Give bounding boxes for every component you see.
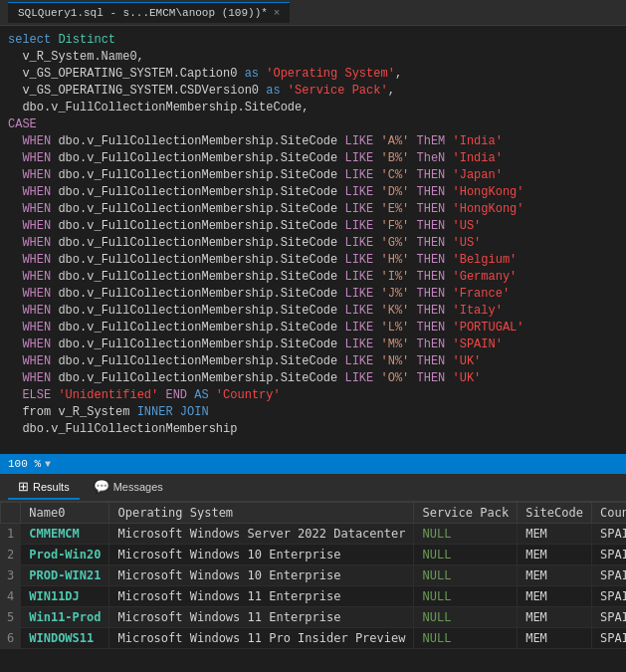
cell-name: PROD-WIN21 — [21, 565, 109, 586]
cell-rownum: 4 — [1, 586, 21, 607]
code-line: WHEN dbo.v_FullCollectionMembership.Site… — [8, 133, 618, 150]
cell-name: Prod-Win20 — [21, 545, 109, 565]
cell-site: MEM — [518, 565, 592, 586]
cell-site: MEM — [518, 607, 592, 628]
zoom-bar: 100 % ▼ — [0, 454, 626, 474]
query-tab[interactable]: SQLQuery1.sql - s...EMCM\anoop (109))* × — [8, 2, 290, 23]
code-line: v_GS_OPERATING_SYSTEM.CSDVersion0 as 'Se… — [8, 83, 618, 100]
code-line: WHEN dbo.v_FullCollectionMembership.Site… — [8, 269, 618, 286]
code-line: WHEN dbo.v_FullCollectionMembership.Site… — [8, 167, 618, 184]
table-row: 5 Win11-Prod Microsoft Windows 11 Enterp… — [1, 607, 627, 628]
table-header-row: Name0 Operating System Service Pack Site… — [1, 503, 627, 524]
col-name0: Name0 — [21, 503, 109, 524]
zoom-arrow-icon[interactable]: ▼ — [45, 459, 51, 470]
table-row: 3 PROD-WIN21 Microsoft Windows 10 Enterp… — [1, 565, 627, 586]
cell-os: Microsoft Windows 10 Enterprise — [109, 565, 414, 586]
results-table: Name0 Operating System Service Pack Site… — [0, 502, 626, 649]
code-editor[interactable]: select Distinct v_R_System.Name0, v_GS_O… — [0, 26, 626, 454]
cell-rownum: 1 — [1, 524, 21, 545]
code-line: dbo.v_FullCollectionMembership.SiteCode, — [8, 100, 618, 116]
cell-sp: NULL — [414, 524, 518, 545]
results-area[interactable]: Name0 Operating System Service Pack Site… — [0, 502, 626, 649]
code-line: dbo.v_FullCollectionMembership — [8, 421, 618, 438]
code-line: WHEN dbo.v_FullCollectionMembership.Site… — [8, 370, 618, 387]
tab-results[interactable]: ⊞ Results — [8, 475, 80, 500]
table-row: 1 CMMEMCM Microsoft Windows Server 2022 … — [1, 524, 627, 545]
code-line: v_GS_OPERATING_SYSTEM.Caption0 as 'Opera… — [8, 66, 618, 83]
code-line: WHEN dbo.v_FullCollectionMembership.Site… — [8, 353, 618, 370]
cell-site: MEM — [518, 524, 592, 545]
cell-name: Win11-Prod — [21, 607, 109, 628]
cell-country: SPAIN — [591, 607, 626, 628]
table-row: 2 Prod-Win20 Microsoft Windows 10 Enterp… — [1, 545, 627, 565]
title-bar: SQLQuery1.sql - s...EMCM\anoop (109))* × — [0, 0, 626, 26]
cell-site: MEM — [518, 586, 592, 607]
code-line: WHEN dbo.v_FullCollectionMembership.Site… — [8, 286, 618, 303]
cell-country: SPAIN — [591, 586, 626, 607]
cell-site: MEM — [518, 628, 592, 649]
results-tabs-bar: ⊞ Results 💬 Messages — [0, 474, 626, 502]
cell-country: SPAIN — [591, 545, 626, 565]
cell-rownum: 2 — [1, 545, 21, 565]
cell-rownum: 5 — [1, 607, 21, 628]
code-line: WHEN dbo.v_FullCollectionMembership.Site… — [8, 218, 618, 235]
cell-country: SPAIN — [591, 628, 626, 649]
code-line: v_R_System.Name0, — [8, 49, 618, 66]
code-line: WHEN dbo.v_FullCollectionMembership.Site… — [8, 320, 618, 336]
code-line: CASE — [8, 116, 618, 133]
close-tab-button[interactable]: × — [274, 7, 281, 19]
code-line: from v_R_System INNER JOIN — [8, 404, 618, 421]
cell-sp: NULL — [414, 545, 518, 565]
zoom-level: 100 % — [8, 458, 41, 470]
cell-country: SPAIN — [591, 524, 626, 545]
tab-messages[interactable]: 💬 Messages — [84, 475, 173, 500]
cell-name: WINDOWS11 — [21, 628, 109, 649]
results-tab-label: Results — [33, 481, 70, 493]
cell-sp: NULL — [414, 565, 518, 586]
cell-rownum: 3 — [1, 565, 21, 586]
cell-name: CMMEMCM — [21, 524, 109, 545]
tab-title: SQLQuery1.sql - s...EMCM\anoop (109))* — [18, 7, 268, 19]
cell-rownum: 6 — [1, 628, 21, 649]
code-line: WHEN dbo.v_FullCollectionMembership.Site… — [8, 150, 618, 167]
col-sp: Service Pack — [414, 503, 518, 524]
col-sitecode: SiteCode — [518, 503, 592, 524]
cell-sp: NULL — [414, 586, 518, 607]
code-line: ELSE 'Unidentified' END AS 'Country' — [8, 387, 618, 404]
col-country: Country — [591, 503, 626, 524]
cell-site: MEM — [518, 545, 592, 565]
cell-name: WIN11DJ — [21, 586, 109, 607]
messages-icon: 💬 — [94, 479, 109, 494]
code-line: WHEN dbo.v_FullCollectionMembership.Site… — [8, 201, 618, 218]
cell-os: Microsoft Windows 11 Enterprise — [109, 586, 414, 607]
cell-country: SPAIN — [591, 565, 626, 586]
code-line: WHEN dbo.v_FullCollectionMembership.Site… — [8, 235, 618, 252]
col-rownum — [1, 503, 21, 524]
code-line: WHEN dbo.v_FullCollectionMembership.Site… — [8, 252, 618, 269]
col-os: Operating System — [109, 503, 414, 524]
cell-sp: NULL — [414, 628, 518, 649]
code-line: WHEN dbo.v_FullCollectionMembership.Site… — [8, 303, 618, 320]
cell-os: Microsoft Windows Server 2022 Datacenter — [109, 524, 414, 545]
cell-os: Microsoft Windows 11 Enterprise — [109, 607, 414, 628]
cell-os: Microsoft Windows 11 Pro Insider Preview — [109, 628, 414, 649]
table-row: 6 WINDOWS11 Microsoft Windows 11 Pro Ins… — [1, 628, 627, 649]
table-row: 4 WIN11DJ Microsoft Windows 11 Enterpris… — [1, 586, 627, 607]
messages-tab-label: Messages — [113, 481, 163, 493]
cell-sp: NULL — [414, 607, 518, 628]
code-line: WHEN dbo.v_FullCollectionMembership.Site… — [8, 184, 618, 201]
code-line: select Distinct — [8, 32, 618, 49]
cell-os: Microsoft Windows 10 Enterprise — [109, 545, 414, 565]
code-line: WHEN dbo.v_FullCollectionMembership.Site… — [8, 336, 618, 353]
results-grid-icon: ⊞ — [18, 479, 29, 494]
